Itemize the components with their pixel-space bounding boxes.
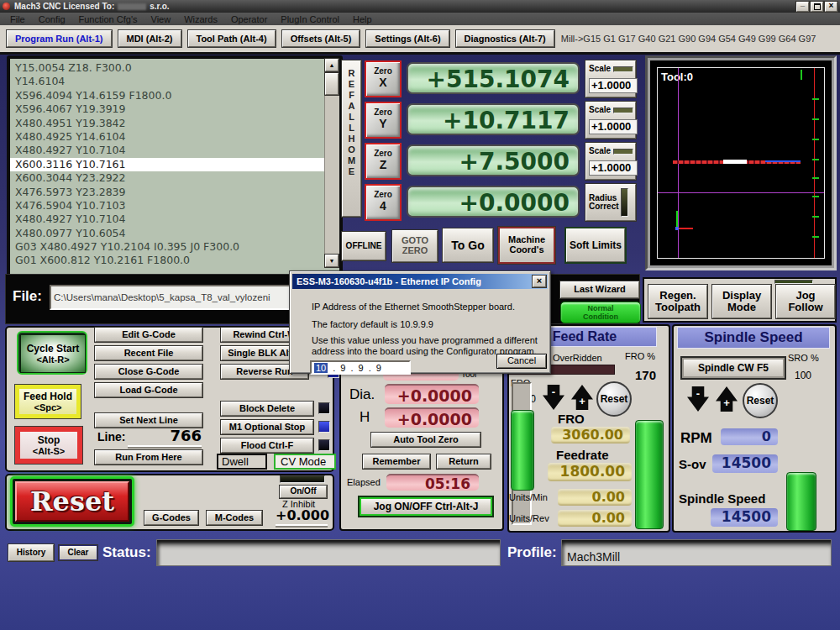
ip-octet-3[interactable]: 9 (359, 363, 364, 373)
ip-octet-2[interactable]: 9 (340, 363, 345, 373)
cycle-start-button[interactable]: Cycle Start <Alt-R> (17, 331, 87, 375)
feed-hold-button[interactable]: Feed Hold <Spc> (15, 385, 81, 418)
reset-button[interactable]: Reset (10, 476, 134, 527)
cv-mode-indicator[interactable]: CV Mode (274, 454, 336, 470)
feed-reset-button[interactable]: Reset (596, 381, 632, 417)
scroll-down-button[interactable]: ▼ (325, 255, 339, 267)
screen-tab[interactable]: Program Run (Alt-1) (7, 30, 112, 47)
dro-y-axis[interactable]: +10.7117 (407, 103, 580, 135)
dwell-indicator[interactable]: Dwell (217, 454, 267, 470)
gcode-line[interactable]: X476.5904 Y10.7103 (10, 199, 325, 213)
status-field[interactable] (156, 539, 501, 566)
dro-4-axis[interactable]: +0.0000 (407, 186, 580, 218)
file-path-field[interactable]: C:\Users\mana\Desktop\5_kapsa_T8_val_vyl… (50, 285, 291, 310)
close-gcode-button[interactable]: Close G-Code (95, 365, 202, 379)
display-mode-button[interactable]: Display Mode (712, 285, 771, 318)
screen-tab[interactable]: Settings (Alt-6) (366, 30, 449, 47)
scale-y-value[interactable]: +1.0000 (589, 119, 638, 134)
recent-file-button[interactable]: Recent File (95, 346, 202, 360)
block-delete-button[interactable]: Block Delete (221, 402, 313, 416)
tool-h-display[interactable]: +0.0000 (385, 407, 479, 428)
regen-toolpath-button[interactable]: Regen. Toolpath (648, 285, 707, 318)
ip-address-field[interactable]: 10 . 9 . 9 . 9 (310, 360, 411, 375)
soft-limits-button[interactable]: Soft Limits (566, 228, 625, 262)
history-button[interactable]: History (8, 544, 54, 561)
tool-dia-display[interactable]: +0.0000 (385, 384, 479, 404)
sov-display[interactable]: 14500 (712, 454, 778, 473)
scale-z-value[interactable]: +1.0000 (589, 160, 638, 176)
flood-button[interactable]: Flood Ctrl-F (221, 438, 313, 453)
close-button[interactable]: × (825, 2, 837, 12)
zero-z-button[interactable]: Zero Z (365, 143, 402, 180)
dialog-cancel-button[interactable]: Cancel (496, 354, 547, 369)
menu-item[interactable]: Operator (224, 13, 274, 25)
gcode-line[interactable]: Y14.6104 (10, 75, 325, 88)
goto-zero-button[interactable]: GOTO ZERO (392, 230, 438, 262)
fro-display[interactable]: 3060.00 (551, 427, 630, 444)
last-wizard-button[interactable]: Last Wizard (560, 281, 639, 298)
gcode-line[interactable]: X596.4067 Y19.3919 (10, 102, 325, 116)
to-go-button[interactable]: To Go (443, 228, 493, 262)
edit-gcode-button[interactable]: Edit G-Code (95, 328, 202, 342)
dro-z-axis[interactable]: +7.5000 (407, 144, 580, 176)
offline-button[interactable]: OFFLINE (342, 232, 386, 260)
scale-z-box[interactable]: Scale +1.0000 (585, 143, 636, 180)
screen-tab[interactable]: Diagnostics (Alt-7) (456, 30, 554, 47)
jog-follow-button[interactable]: Jog Follow (776, 285, 835, 318)
restore-button[interactable] (811, 2, 823, 12)
gcode-scrollbar[interactable]: ▲ ▼ (324, 59, 339, 267)
run-from-here-button[interactable]: Run From Here (95, 450, 202, 465)
spindle-speed-display[interactable]: 14500 (711, 508, 778, 527)
dro-x-axis[interactable]: +515.1074 (407, 62, 580, 94)
ip-octet-4[interactable]: 9 (376, 363, 381, 373)
scroll-up-button[interactable]: ▲ (325, 59, 339, 71)
line-number-display[interactable]: 766 (128, 427, 202, 447)
clear-button[interactable]: Clear (59, 545, 97, 560)
dialog-close-button[interactable]: × (533, 276, 546, 287)
scale-x-box[interactable]: Scale +1.0000 (585, 60, 636, 97)
menu-item[interactable]: Config (32, 13, 72, 25)
ref-all-home-button[interactable]: REF ALL HOME (342, 60, 361, 217)
menu-item[interactable]: Wizards (177, 13, 224, 25)
load-gcode-button[interactable]: Load G-Code (95, 383, 202, 397)
mcodes-button[interactable]: M-Codes (207, 511, 262, 525)
zero-y-button[interactable]: Zero Y (365, 102, 402, 139)
stop-button[interactable]: Stop <Alt-S> (15, 427, 82, 464)
z-inhibit-value[interactable]: +0.000 (276, 507, 328, 526)
auto-tool-zero-button[interactable]: Auto Tool Zero (371, 433, 480, 447)
minimize-button[interactable]: _ (796, 2, 809, 12)
menu-item[interactable]: Function Cfg's (72, 13, 144, 25)
menu-item[interactable]: Help (346, 13, 379, 25)
fro-slider-handle[interactable] (511, 410, 534, 491)
gcode-line[interactable]: Y15.0054 Z18. F300.0 (10, 61, 325, 75)
jog-onoff-button[interactable]: Jog ON/OFF Ctrl-Alt-J (360, 497, 492, 516)
scroll-thumb[interactable] (325, 73, 339, 95)
gcode-line[interactable]: X480.0977 Y10.6054 (10, 227, 325, 240)
zero-4-button[interactable]: Zero 4 (365, 184, 402, 221)
feedrate-display[interactable]: 1800.00 (548, 463, 632, 481)
scale-x-value[interactable]: +1.0000 (589, 78, 638, 93)
gcode-line[interactable]: X480.4925 Y14.6104 (10, 130, 325, 144)
gcode-line[interactable]: G01 X600.812 Y10.2161 F1800.0 (10, 254, 325, 267)
gcode-line[interactable]: X480.4927 Y10.7104 (10, 213, 325, 226)
gcode-line[interactable]: X596.4094 Y14.6159 F1800.0 (10, 89, 325, 102)
zero-x-button[interactable]: Zero X (365, 60, 402, 97)
remember-button[interactable]: Remember (363, 454, 430, 469)
gcode-line[interactable]: X600.3116 Y10.7161 (10, 158, 325, 171)
dialog-titlebar[interactable]: ESS-M3-160630-u4f1b - Ethernet IP Config… (292, 274, 548, 289)
z-inhibit-onoff-button[interactable]: On/Off (280, 486, 327, 498)
machine-coords-button[interactable]: Machine Coord's (498, 227, 555, 264)
return-button[interactable]: Return (437, 454, 491, 469)
gcode-line[interactable]: G03 X480.4927 Y10.2104 I0.395 J0 F300.0 (10, 240, 325, 254)
screen-tab[interactable]: Tool Path (Alt-4) (188, 30, 276, 47)
scale-y-box[interactable]: Scale +1.0000 (585, 102, 636, 139)
spindle-cw-button[interactable]: Spindle CW F5 (682, 358, 785, 378)
gcode-line[interactable]: X480.4927 Y10.7104 (10, 144, 325, 157)
screen-tab[interactable]: Offsets (Alt-5) (282, 30, 360, 47)
screen-tab[interactable]: MDI (Alt-2) (118, 30, 181, 47)
toolpath-display[interactable]: Tool:0 (650, 60, 832, 265)
gcodes-button[interactable]: G-Codes (144, 511, 198, 525)
spindle-reset-button[interactable]: Reset (743, 383, 778, 418)
gcode-line[interactable]: X476.5973 Y23.2839 (10, 186, 325, 199)
set-next-line-button[interactable]: Set Next Line (95, 413, 202, 428)
